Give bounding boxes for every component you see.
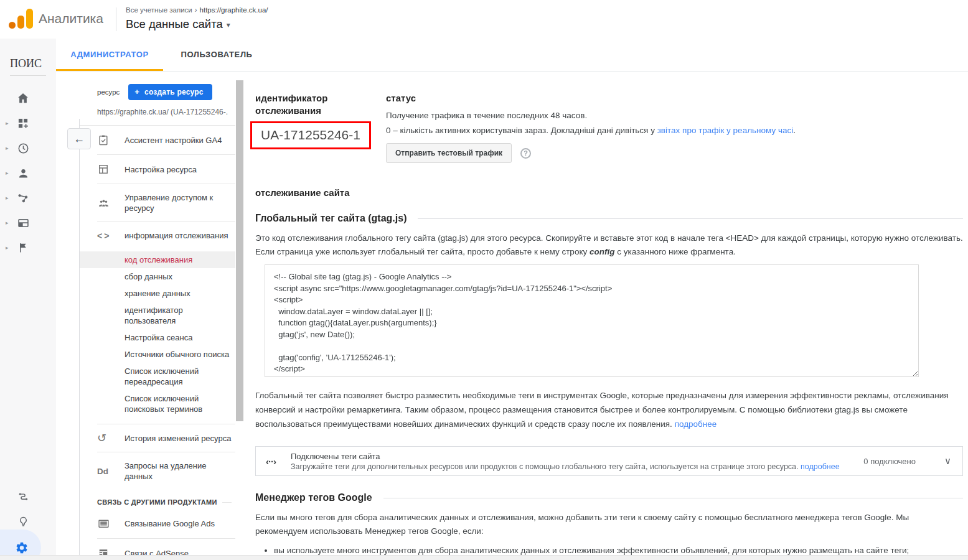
sidebar-item-access-management[interactable]: Управление доступом к ресурсу bbox=[80, 184, 235, 222]
sidebar-scrollbar[interactable] bbox=[236, 80, 243, 421]
nav-customization[interactable]: ▸ bbox=[0, 111, 56, 136]
gtag-description: Это код отслеживания глобального тегу са… bbox=[255, 231, 963, 259]
connected-tags-count: 0 подключено bbox=[863, 457, 916, 466]
gtm-section-header: Менеджер тегов Google bbox=[255, 492, 963, 503]
sidebar-subitem-data-retention[interactable]: хранение данных bbox=[80, 285, 235, 302]
main-content: идентификатор отслеживания UA-171255246-… bbox=[244, 72, 968, 555]
gtag-section-header: Глобальный тег сайта (gtag.js) bbox=[255, 213, 963, 224]
expand-arrow-icon[interactable]: ▸ bbox=[6, 245, 9, 251]
active-tab-underline bbox=[56, 69, 163, 71]
sidebar-item-ga4-assistant[interactable]: Ассистент настройки GA4 bbox=[80, 126, 235, 154]
attribution-share-icon bbox=[16, 191, 30, 205]
google-ads-card-icon bbox=[97, 517, 125, 530]
gtag-code-textarea[interactable]: <!-- Global site tag (gtag.js) - Google … bbox=[265, 264, 919, 377]
connected-tags-subtitle: Загружайте теги для дополнительных ресур… bbox=[291, 462, 863, 471]
history-icon: ↺ bbox=[97, 432, 125, 444]
expand-arrow-icon[interactable]: ▸ bbox=[6, 120, 9, 126]
gtag-note: Глобальный тег сайта позволяет быстро ра… bbox=[255, 388, 963, 431]
adsense-table-icon bbox=[97, 547, 125, 555]
admin-sidebar: ресурс +создать ресурс https://graphite.… bbox=[56, 72, 244, 555]
ga-admin-page: Аналитика Все учетные записи›https://gra… bbox=[0, 0, 968, 560]
explore-route-icon bbox=[16, 490, 30, 503]
product-name: Аналитика bbox=[39, 11, 103, 26]
connected-tags-panel[interactable]: ‹··› Подключены теги сайта Загружайте те… bbox=[255, 446, 963, 476]
sidebar-item-property-settings[interactable]: Настройка ресурса bbox=[80, 155, 235, 184]
expand-arrow-icon[interactable]: ▸ bbox=[6, 145, 9, 151]
connected-tags-icon: ‹··› bbox=[266, 456, 291, 467]
monetization-card-icon bbox=[16, 216, 30, 230]
connected-tags-more-link[interactable]: подробнее bbox=[801, 462, 840, 471]
sidebar-subitem-organic-sources[interactable]: Источники обычного поиска bbox=[80, 346, 235, 363]
status-line-2: 0 – кількість активних користувачів зара… bbox=[386, 126, 796, 135]
account-view-selector[interactable]: Все данные сайта▾ bbox=[126, 17, 230, 31]
gtm-bullet-list: вы используете много инструментов для сб… bbox=[274, 544, 963, 555]
people-icon bbox=[97, 197, 125, 210]
sidebar-subitem-search-term-exclusion[interactable]: Список исключений поисковых терминов bbox=[80, 390, 235, 418]
breadcrumb-accounts[interactable]: Все учетные записи bbox=[126, 6, 192, 14]
sidebar-subitem-referral-exclusion[interactable]: Список исключений переадресация bbox=[80, 363, 235, 390]
nav-reports[interactable]: ▸ bbox=[0, 136, 56, 161]
send-test-traffic-button[interactable]: Отправить тестовый трафик bbox=[386, 143, 512, 163]
analytics-logo-icon[interactable] bbox=[9, 9, 34, 30]
breadcrumb-separator-icon: › bbox=[194, 6, 198, 14]
help-icon[interactable]: ? bbox=[520, 148, 531, 159]
breadcrumb-domain[interactable]: https://graphite.ck.ua/ bbox=[200, 6, 268, 14]
left-icon-rail: ПОИС ▸ ▸ ▸ bbox=[0, 39, 56, 560]
tracking-id-label: идентификатор отслеживания bbox=[255, 92, 361, 117]
data-deletion-icon: Dd bbox=[97, 467, 125, 476]
entity-label: ресурс bbox=[97, 88, 120, 96]
create-resource-button[interactable]: +создать ресурс bbox=[128, 84, 212, 100]
clipboard-check-icon bbox=[97, 134, 125, 146]
customization-icon bbox=[16, 116, 30, 130]
caret-down-icon: ▾ bbox=[227, 21, 230, 29]
sidebar-subitem-tracking-code[interactable]: код отслеживания bbox=[80, 251, 235, 268]
sidebar-item-data-deletion[interactable]: Dd Запросы на удаление данных bbox=[80, 452, 235, 490]
reports-clock-icon bbox=[16, 141, 30, 155]
tab-user[interactable]: ПОЛЬЗОВАТЕЛЬ bbox=[179, 39, 254, 71]
status-line-1: Получение трафика в течение последних 48… bbox=[386, 111, 796, 120]
sidebar-subitem-session-settings[interactable]: Настройка сеанса bbox=[80, 329, 235, 346]
admin-gear-icon bbox=[15, 541, 29, 554]
view-name: Все данные сайта bbox=[126, 17, 223, 30]
expand-arrow-icon[interactable]: ▸ bbox=[6, 195, 9, 201]
expand-arrow-icon[interactable]: ▸ bbox=[6, 220, 9, 226]
gtag-more-link[interactable]: подробнее bbox=[675, 419, 717, 429]
header-divider bbox=[116, 7, 116, 31]
sidebar-item-adsense-linking[interactable]: Связи с AdSense bbox=[80, 539, 235, 555]
sidebar-item-change-history[interactable]: ↺ История изменений ресурса bbox=[80, 424, 235, 452]
status-label: статус bbox=[386, 92, 796, 105]
sidebar-subitem-user-id[interactable]: идентификатор пользователя bbox=[80, 302, 235, 329]
sidebar-item-tracking-info[interactable]: <> информация отслеживания bbox=[80, 222, 235, 249]
tab-administrator[interactable]: АДМИНИСТРАТОР bbox=[56, 39, 163, 71]
horizontal-scrollbar[interactable] bbox=[0, 555, 968, 560]
nav-monetization[interactable]: ▸ bbox=[0, 210, 56, 235]
gtm-bullet: вы используете много инструментов для сб… bbox=[274, 544, 963, 555]
sidebar-subitem-data-collection[interactable]: сбор данных bbox=[80, 268, 235, 285]
nav-audience[interactable]: ▸ bbox=[0, 161, 56, 185]
site-tracking-header: отслеживание сайта bbox=[255, 187, 963, 199]
chevron-down-icon[interactable]: ∨ bbox=[944, 455, 951, 467]
expand-arrow-icon[interactable]: ▸ bbox=[6, 170, 9, 176]
nav-explore[interactable] bbox=[0, 484, 56, 509]
audience-person-icon bbox=[16, 166, 30, 180]
plus-icon: + bbox=[134, 87, 139, 96]
gtm-intro: Если вы много тегов для сбора аналитичес… bbox=[255, 511, 963, 538]
realtime-report-link[interactable]: звітах про трафік у реальному часі bbox=[657, 126, 794, 135]
connected-tags-title: Подключены теги сайта bbox=[291, 452, 863, 461]
flag-icon bbox=[16, 241, 30, 254]
nav-home[interactable] bbox=[0, 86, 56, 111]
property-selector[interactable]: https://graphite.ck.ua/ (UA-171255246-..… bbox=[97, 108, 228, 116]
top-header: Аналитика Все учетные записи›https://gra… bbox=[0, 0, 968, 39]
code-icon: <> bbox=[97, 231, 125, 241]
nav-flags[interactable]: ▸ bbox=[0, 235, 56, 260]
tracking-id-value: UA-171255246-1 bbox=[250, 121, 371, 149]
search-label[interactable]: ПОИС bbox=[10, 57, 46, 76]
nav-attribution[interactable]: ▸ bbox=[0, 185, 56, 210]
tab-bar: АДМИНИСТРАТОР ПОЛЬЗОВАТЕЛЬ bbox=[56, 39, 968, 72]
layout-icon bbox=[97, 163, 125, 175]
sidebar-item-google-ads-linking[interactable]: Связывание Google Ads bbox=[80, 511, 235, 538]
product-links-section-header: СВЯЗЬ С ДРУГИМИ ПРОДУКТАМИ bbox=[80, 490, 235, 511]
collapse-sidebar-button[interactable]: ← bbox=[67, 128, 91, 149]
back-arrow-icon: ← bbox=[73, 133, 85, 146]
breadcrumb: Все учетные записи›https://graphite.ck.u… bbox=[126, 6, 268, 14]
